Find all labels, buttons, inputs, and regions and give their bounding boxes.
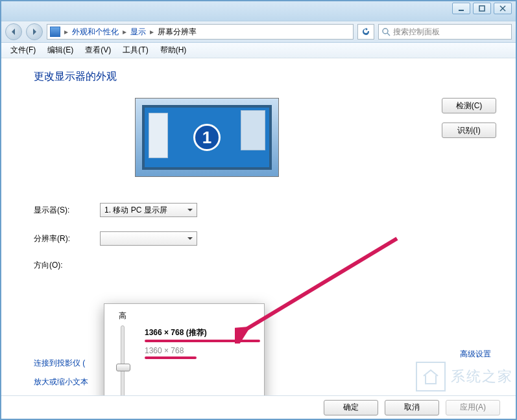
page-title: 更改显示器的外观 — [34, 70, 496, 84]
resolution-option-recommended[interactable]: 1366 × 768 (推荐) — [145, 327, 260, 342]
forward-button[interactable] — [26, 23, 43, 40]
display-label: 显示器(S): — [34, 205, 100, 216]
breadcrumb-sep: ▸ — [64, 27, 68, 36]
breadcrumb-resolution: 屏幕分辨率 — [158, 27, 197, 38]
detect-button[interactable]: 检测(C) — [442, 98, 496, 113]
resolution-label: 分辨率(R): — [34, 233, 100, 244]
svg-point-4 — [383, 29, 388, 34]
content-area: 更改显示器的外观 1 检测(C) 识别(I) 显示器(S): 1. 移动 PC … — [1, 58, 516, 395]
slider-high-label: 高 — [119, 310, 126, 321]
back-button[interactable] — [5, 23, 22, 40]
monitor-window-right — [241, 110, 265, 150]
ok-button[interactable]: 确定 — [324, 400, 378, 415]
advanced-settings-link[interactable]: 高级设置 — [460, 349, 491, 360]
resolution-row: 分辨率(R): — [34, 231, 496, 246]
breadcrumb-appearance[interactable]: 外观和个性化 — [72, 27, 119, 38]
svg-line-6 — [244, 239, 397, 331]
chevron-down-icon — [187, 236, 193, 241]
watermark: 系统之家 — [416, 362, 513, 391]
watermark-logo — [416, 362, 446, 391]
menu-bar: 文件(F) 编辑(E) 查看(V) 工具(T) 帮助(H) — [1, 43, 516, 58]
watermark-text: 系统之家 — [451, 367, 513, 386]
window: ▸ 外观和个性化 ▸ 显示 ▸ 屏幕分辨率 搜索控制面板 文件(F) 编辑(E)… — [0, 0, 517, 420]
footer: 确定 取消 应用(A) — [1, 395, 516, 419]
resolution-slider-col: 高 — [104, 304, 141, 395]
orientation-row: 方向(O): — [34, 260, 496, 271]
breadcrumb-sep: ▸ — [123, 27, 126, 36]
minimize-button[interactable] — [452, 3, 470, 14]
annotation-underline — [145, 340, 260, 342]
search-placeholder: 搜索控制面板 — [393, 27, 440, 38]
search-icon — [381, 27, 391, 36]
monitor-preview[interactable]: 1 — [135, 98, 279, 177]
address-bar: ▸ 外观和个性化 ▸ 显示 ▸ 屏幕分辨率 搜索控制面板 — [1, 21, 516, 43]
display-value: 1. 移动 PC 显示屏 — [104, 205, 167, 216]
svg-rect-1 — [479, 6, 485, 11]
annotation-underline — [145, 356, 197, 359]
resolution-slider-thumb[interactable] — [116, 364, 130, 371]
monitor-window-left — [149, 113, 168, 158]
breadcrumb[interactable]: ▸ 外观和个性化 ▸ 显示 ▸ 屏幕分辨率 — [47, 24, 354, 40]
svg-rect-0 — [459, 10, 464, 11]
resolution-dropdown[interactable] — [100, 231, 197, 246]
refresh-button[interactable] — [357, 24, 374, 40]
display-dropdown[interactable]: 1. 移动 PC 显示屏 — [100, 203, 197, 217]
breadcrumb-display[interactable]: 显示 — [130, 27, 146, 38]
display-row: 显示器(S): 1. 移动 PC 显示屏 — [34, 203, 496, 217]
identify-button[interactable]: 识别(I) — [442, 122, 496, 138]
menu-tools[interactable]: 工具(T) — [117, 43, 153, 57]
resolution-option-label: 1366 × 768 (推荐) — [145, 328, 207, 337]
resolution-slider-track[interactable] — [121, 325, 125, 395]
menu-help[interactable]: 帮助(H) — [155, 43, 192, 57]
resolution-popup: 高 1366 × 768 (推荐) 1360 × 768 800 × 600 — [104, 303, 265, 395]
resolution-option[interactable]: 1360 × 768 — [145, 346, 260, 359]
control-panel-icon — [50, 27, 60, 37]
svg-line-5 — [387, 33, 390, 36]
maximize-button[interactable] — [473, 3, 491, 14]
resolution-option-label: 1360 × 768 — [145, 346, 184, 355]
breadcrumb-sep: ▸ — [150, 27, 154, 36]
titlebar — [1, 1, 516, 21]
monitor-number-badge: 1 — [193, 124, 221, 151]
monitor-inner: 1 — [142, 105, 272, 170]
resolution-list: 1366 × 768 (推荐) 1360 × 768 800 × 600 — [141, 304, 264, 395]
cancel-button[interactable]: 取消 — [385, 400, 439, 415]
orientation-label: 方向(O): — [34, 260, 100, 271]
menu-edit[interactable]: 编辑(E) — [42, 43, 78, 57]
search-input[interactable]: 搜索控制面板 — [378, 24, 512, 40]
menu-view[interactable]: 查看(V) — [80, 43, 116, 57]
close-button[interactable] — [494, 3, 512, 14]
apply-button[interactable]: 应用(A) — [446, 400, 500, 415]
chevron-down-icon — [187, 207, 193, 213]
monitor-preview-row: 1 检测(C) 识别(I) — [34, 98, 496, 177]
menu-file[interactable]: 文件(F) — [5, 43, 41, 57]
